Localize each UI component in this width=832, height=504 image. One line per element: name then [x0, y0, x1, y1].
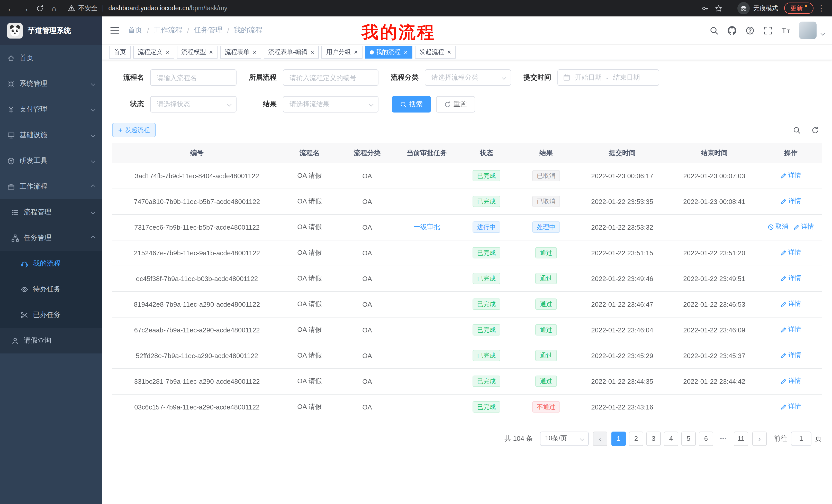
- sidebar-item[interactable]: 系统管理: [0, 71, 102, 96]
- process-definition-input[interactable]: [283, 69, 379, 86]
- tab[interactable]: 流程定义×: [133, 46, 174, 59]
- close-icon[interactable]: ×: [404, 49, 408, 55]
- page-list: 123456•••11: [612, 431, 748, 446]
- detail-action[interactable]: 详情: [781, 248, 801, 257]
- detail-action[interactable]: 详情: [794, 223, 814, 231]
- close-icon[interactable]: ×: [209, 49, 213, 55]
- sidebar-item[interactable]: 首页: [0, 45, 102, 71]
- process-category: OA: [337, 163, 397, 189]
- close-icon[interactable]: ×: [447, 49, 451, 55]
- detail-action[interactable]: 详情: [781, 351, 801, 360]
- breadcrumb-item[interactable]: 工作流程: [154, 26, 183, 35]
- browser-menu-dots-icon[interactable]: ⋮: [814, 2, 828, 15]
- next-page-button[interactable]: ›: [752, 431, 767, 446]
- detail-action[interactable]: 详情: [781, 377, 801, 386]
- browser-home-icon[interactable]: ⌂: [47, 2, 61, 15]
- end-time: 2022-01-23 00:08:41: [669, 189, 760, 214]
- sidebar-item[interactable]: 流程管理: [0, 199, 102, 225]
- tab[interactable]: 用户分组×: [322, 46, 363, 59]
- forward-icon[interactable]: →: [19, 2, 32, 15]
- tab[interactable]: 流程表单-编辑×: [264, 46, 319, 59]
- avatar[interactable]: [799, 22, 816, 39]
- sidebar-item-label: 研发工具: [20, 156, 47, 165]
- sidebar-item[interactable]: 基础设施: [0, 122, 102, 148]
- process-name: OA 请假: [282, 394, 337, 420]
- search-button[interactable]: 搜索: [392, 96, 431, 113]
- sidebar-item[interactable]: 研发工具: [0, 148, 102, 174]
- status-tag: 已完成: [473, 324, 500, 335]
- close-icon[interactable]: ×: [311, 49, 314, 55]
- breadcrumb-item[interactable]: 我的流程: [234, 26, 262, 35]
- page-button[interactable]: 5: [681, 431, 696, 446]
- sidebar-item[interactable]: 我的流程: [0, 251, 102, 276]
- update-button[interactable]: 更新: [784, 3, 813, 14]
- category-select[interactable]: 请选择流程分类: [425, 69, 511, 86]
- detail-action[interactable]: 详情: [781, 326, 801, 334]
- search-icon[interactable]: [709, 26, 718, 35]
- sidebar-item[interactable]: 支付管理: [0, 96, 102, 122]
- tab[interactable]: 我的流程×: [365, 46, 412, 59]
- help-icon[interactable]: [745, 26, 754, 35]
- cancel-action[interactable]: 取消: [768, 223, 788, 231]
- chevron-down-icon[interactable]: [821, 31, 825, 36]
- detail-action[interactable]: 详情: [781, 300, 801, 309]
- tab-label: 发起流程: [419, 48, 444, 57]
- prev-page-button[interactable]: ‹: [593, 431, 607, 446]
- detail-action[interactable]: 详情: [781, 274, 801, 283]
- detail-action[interactable]: 详情: [781, 402, 801, 411]
- address-bar[interactable]: 不安全 | dashboard.yudao.iocoder.cn/bpm/tas…: [68, 2, 725, 15]
- more-pages-icon[interactable]: •••: [716, 431, 731, 446]
- page-button[interactable]: 6: [699, 431, 713, 446]
- tab[interactable]: 发起流程×: [415, 46, 456, 59]
- process-name-input[interactable]: [150, 69, 237, 86]
- result-select[interactable]: 请选择流结果: [283, 96, 379, 113]
- detail-action[interactable]: 详情: [781, 197, 801, 206]
- close-icon[interactable]: ×: [165, 49, 170, 55]
- sidebar-item[interactable]: 请假查询: [0, 328, 102, 354]
- create-process-button[interactable]: + 发起流程: [112, 123, 156, 137]
- bookmark-star-icon[interactable]: [712, 2, 725, 15]
- page-size-select[interactable]: 10条/页: [540, 431, 589, 446]
- breadcrumb-separator: /: [187, 26, 189, 34]
- toggle-search-icon[interactable]: [792, 125, 801, 135]
- goto-page-input[interactable]: [791, 431, 811, 446]
- reset-button[interactable]: 重置: [436, 96, 475, 113]
- submit-time-range[interactable]: 开始日期 - 结束日期: [557, 69, 659, 86]
- page-button[interactable]: 2: [629, 431, 643, 446]
- result-tag: 处理中: [532, 221, 560, 233]
- current-task-link[interactable]: 一级审批: [413, 222, 440, 232]
- breadcrumb-item[interactable]: 首页: [128, 26, 142, 35]
- fullscreen-icon[interactable]: [763, 26, 772, 35]
- column-header: 当前审批任务: [397, 143, 457, 163]
- refresh-icon[interactable]: [810, 125, 820, 135]
- status-select[interactable]: 请选择状态: [150, 96, 237, 113]
- page-button[interactable]: 11: [734, 431, 748, 446]
- close-icon[interactable]: ×: [354, 49, 358, 55]
- breadcrumb-item[interactable]: 任务管理: [194, 26, 223, 35]
- process-id: 819442e8-7b9a-11ec-a290-acde48001122: [112, 291, 282, 317]
- tab[interactable]: 流程模型×: [177, 46, 217, 59]
- close-icon[interactable]: ×: [253, 49, 256, 55]
- sidebar-item[interactable]: 已办任务: [0, 302, 102, 328]
- status-tag: 已完成: [473, 273, 500, 284]
- sidebar-item[interactable]: 任务管理: [0, 225, 102, 251]
- filter-label: 结果: [245, 100, 277, 109]
- back-icon[interactable]: ←: [4, 2, 18, 15]
- key-icon[interactable]: [698, 2, 712, 15]
- reload-icon[interactable]: [33, 2, 46, 15]
- detail-action[interactable]: 详情: [781, 171, 801, 180]
- hamburger-icon[interactable]: [109, 25, 120, 35]
- font-size-icon[interactable]: TT: [781, 26, 790, 35]
- process-id: 03c6c157-7b9a-11ec-a290-acde48001122: [112, 394, 282, 420]
- page-button[interactable]: 1: [612, 431, 626, 446]
- sidebar-item[interactable]: 待办任务: [0, 276, 102, 302]
- actions-cell: 详情: [760, 394, 822, 420]
- tab[interactable]: 流程表单×: [220, 46, 261, 59]
- github-icon[interactable]: [727, 26, 736, 35]
- result-tag: 通过: [535, 350, 557, 361]
- tab[interactable]: 首页: [109, 46, 131, 59]
- page-button[interactable]: 3: [646, 431, 661, 446]
- tab-label: 我的流程: [376, 48, 400, 57]
- sidebar-item[interactable]: 工作流程: [0, 174, 102, 199]
- page-button[interactable]: 4: [664, 431, 678, 446]
